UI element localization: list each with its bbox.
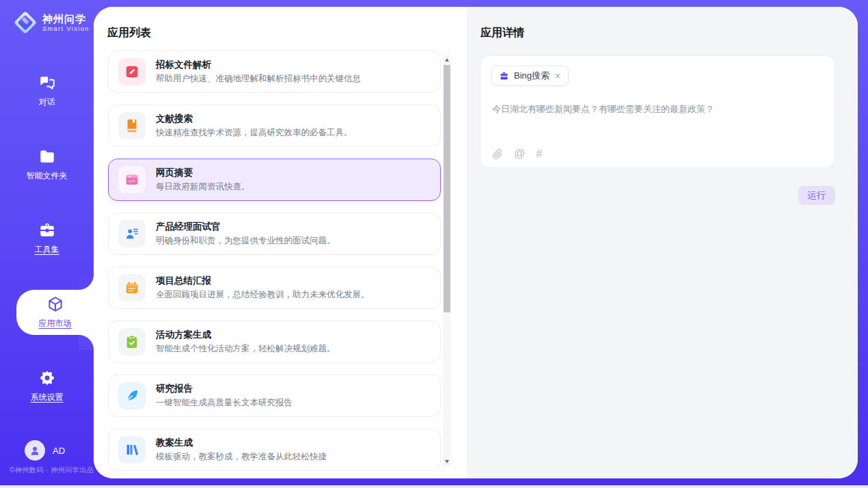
prompt-card: Bing搜索 × 今日湖北有哪些新闻要点？有哪些需要关注的最新政策？ @ # — [480, 55, 835, 168]
browser-icon: </> — [124, 172, 139, 187]
app-detail-panel: 应用详情 Bing搜索 × 今日湖北有哪些新闻要点？有哪些需要关注的最新政策？ … — [467, 7, 858, 478]
app-item-title: 研究报告 — [156, 383, 293, 395]
app-item-desc: 明确身份和职责，为您提供专业性的面试问题。 — [156, 235, 336, 247]
app-list-item[interactable]: 文献搜索 快速精准查找学术资源，提高研究效率的必备工具。 — [108, 105, 441, 147]
app-icon-tile — [118, 220, 146, 247]
svg-text:</>: </> — [128, 178, 136, 183]
sidebar-item-folder[interactable]: 智能文件夹 — [0, 142, 94, 187]
run-button[interactable]: 运行 — [798, 186, 835, 205]
briefcase-icon — [499, 71, 509, 81]
app-icon-tile — [118, 112, 146, 139]
brand-name: 神州问学 — [42, 13, 90, 25]
user-icon — [29, 444, 41, 457]
app-item-desc: 帮助用户快速、准确地理解和解析招标书中的关键信息 — [156, 73, 361, 85]
at-sign-icon[interactable]: @ — [514, 148, 525, 160]
app-icon-tile: </> — [118, 166, 146, 193]
user-menu[interactable]: AD — [25, 440, 65, 461]
folder-icon — [38, 148, 56, 165]
scrollbar — [443, 55, 450, 466]
pen-square-icon — [124, 64, 139, 79]
app-list-item[interactable]: </> 网页摘要 每日政府新闻资讯快查。 — [108, 159, 441, 201]
chip-close-icon[interactable]: × — [554, 71, 561, 81]
app-item-title: 教案生成 — [156, 437, 327, 449]
book-icon — [124, 118, 139, 133]
input-toolbar: @ # — [492, 148, 542, 160]
diamond-logo-icon — [14, 11, 37, 34]
app-list-item[interactable]: 产品经理面试官 明确身份和职责，为您提供专业性的面试问题。 — [108, 213, 441, 255]
books-icon — [124, 442, 139, 457]
paperclip-icon[interactable] — [492, 148, 503, 159]
app-item-title: 文献搜索 — [156, 113, 353, 125]
app-item-title: 招标文件解析 — [156, 59, 361, 71]
toolbox-icon — [38, 221, 56, 239]
quill-icon — [124, 388, 139, 403]
app-item-desc: 快速精准查找学术资源，提高研究效率的必备工具。 — [156, 127, 353, 139]
app-item-desc: 智能生成个性化活动方案，轻松解决规划难题。 — [156, 343, 336, 355]
scroll-up-button[interactable] — [443, 55, 450, 64]
sidebar-item-chat[interactable]: 对话 — [0, 68, 94, 113]
brand-logo: 神州问学 Smart Vision — [14, 11, 90, 34]
app-item-title: 产品经理面试官 — [156, 221, 336, 233]
avatar[interactable] — [25, 440, 45, 461]
scroll-down-button[interactable] — [443, 457, 450, 466]
app-item-desc: 全面回顾项目进展，总结经验教训，助力未来优化发展。 — [156, 289, 370, 301]
app-list-item[interactable]: 教案生成 模板驱动，教案秒成，教学准备从此轻松快捷 — [108, 429, 441, 471]
scrollbar-thumb[interactable] — [444, 65, 450, 312]
app-icon-tile — [118, 328, 146, 355]
sidebar-item-label: 对话 — [39, 96, 55, 108]
tool-chip-bing-search[interactable]: Bing搜索 × — [491, 66, 569, 86]
app-item-desc: 一键智能生成高质量长文本研究报告 — [156, 397, 293, 409]
app-item-desc: 模板驱动，教案秒成，教学准备从此轻松快捷 — [156, 451, 327, 463]
main-content: 应用列表 招标文件解析 帮助用户快速、准确地理解和解析招标书中的关键信息 文献搜… — [94, 7, 858, 478]
app-icon-tile — [118, 58, 146, 85]
sidebar-item-label: 工具集 — [35, 244, 59, 256]
sidebar-footer: ©神州数码 · 神州问学出品 — [10, 465, 94, 475]
calendar-icon — [124, 280, 139, 295]
sidebar-item-gear[interactable]: 系统设置 — [0, 364, 94, 409]
chat-icon — [38, 74, 56, 92]
app-list-item[interactable]: 研究报告 一键智能生成高质量长文本研究报告 — [108, 375, 441, 417]
prompt-text-input[interactable]: 今日湖北有哪些新闻要点？有哪些需要关注的最新政策？ — [492, 103, 824, 116]
cube-icon — [46, 295, 64, 313]
sidebar-item-toolbox[interactable]: 工具集 — [0, 216, 94, 261]
app-list-panel: 应用列表 招标文件解析 帮助用户快速、准确地理解和解析招标书中的关键信息 文献搜… — [94, 7, 467, 478]
app-icon-tile — [118, 274, 146, 301]
tool-chip-label: Bing搜索 — [514, 70, 550, 82]
clipboard-check-icon — [124, 334, 139, 349]
app-list-item[interactable]: 项目总结汇报 全面回顾项目进展，总结经验教训，助力未来优化发展。 — [108, 267, 441, 309]
app-item-title: 活动方案生成 — [156, 329, 336, 341]
app-list-item[interactable]: 活动方案生成 智能生成个性化活动方案，轻松解决规划难题。 — [108, 321, 441, 363]
app-item-title: 网页摘要 — [156, 167, 250, 179]
app-icon-tile — [118, 382, 146, 409]
sidebar-item-label: 智能文件夹 — [27, 170, 68, 182]
gear-icon — [38, 369, 56, 387]
sidebar: 神州问学 Smart Vision 对话 智能文件夹 工具集 应用市场 系统设置… — [0, 0, 94, 485]
app-item-title: 项目总结汇报 — [156, 275, 370, 287]
app-list: 招标文件解析 帮助用户快速、准确地理解和解析招标书中的关键信息 文献搜索 快速精… — [108, 51, 442, 472]
brand-subtitle: Smart Vision — [42, 25, 90, 32]
app-list-title: 应用列表 — [107, 26, 151, 40]
sidebar-item-label: 系统设置 — [31, 392, 64, 403]
app-list-item[interactable]: 招标文件解析 帮助用户快速、准确地理解和解析招标书中的关键信息 — [108, 51, 441, 93]
app-detail-title: 应用详情 — [480, 26, 524, 40]
hash-icon[interactable]: # — [536, 148, 542, 160]
sidebar-nav: 对话 智能文件夹 工具集 应用市场 系统设置 — [0, 68, 94, 437]
app-icon-tile — [118, 436, 146, 463]
app-window: 神州问学 Smart Vision 对话 智能文件夹 工具集 应用市场 系统设置… — [0, 0, 868, 488]
sidebar-item-cube[interactable]: 应用市场 — [16, 290, 94, 335]
user-name: AD — [53, 446, 65, 456]
sidebar-item-label: 应用市场 — [39, 318, 72, 329]
app-item-desc: 每日政府新闻资讯快查。 — [156, 181, 250, 193]
interview-icon — [124, 226, 139, 241]
